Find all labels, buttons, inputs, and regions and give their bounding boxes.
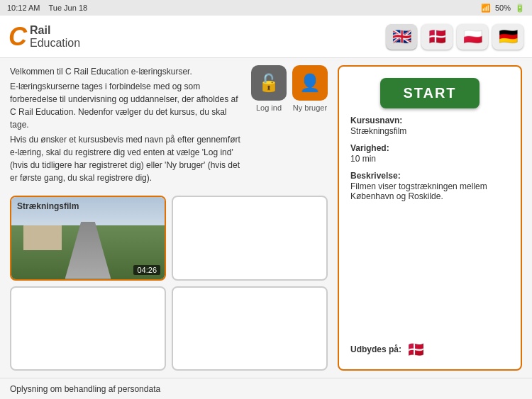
course-name-label: Kursusnavn: <box>350 116 509 125</box>
logo-text: Rail Education <box>30 24 80 49</box>
left-column: Velkommen til C Rail Education e-lærings… <box>10 65 328 371</box>
battery-display: 50% <box>495 4 511 12</box>
register-label: Ny bruger <box>293 103 327 112</box>
description-value: Filmen viser togstrækningen mellem Køben… <box>350 181 509 201</box>
logo-rail: Rail <box>30 24 80 37</box>
course-detail-panel: START Kursusnavn: Strækningsfilm Varighe… <box>338 65 522 371</box>
duration-section: Varighed: 10 min <box>350 143 509 164</box>
intro-line2: E-læringskurserne tages i forbindelse me… <box>10 80 243 131</box>
logo: C Rail Education <box>9 24 80 50</box>
duration-label: Varighed: <box>350 143 509 153</box>
start-button[interactable]: START <box>380 78 480 108</box>
duration-value: 10 min <box>350 154 509 164</box>
offered-section: Udbydes på: 🇩🇰 <box>350 341 509 358</box>
language-selector: 🇬🇧 🇩🇰 🇵🇱 🇩🇪 <box>386 24 523 50</box>
offered-label: Udbydes på: <box>350 344 401 354</box>
lang-de-button[interactable]: 🇩🇪 <box>492 24 523 50</box>
logo-education: Education <box>30 37 80 50</box>
dk-flag-icon: 🇩🇰 <box>407 341 425 358</box>
course-tile-2[interactable] <box>172 196 328 281</box>
privacy-link[interactable]: Oplysning om behandling af persondata <box>10 384 160 394</box>
intro-text: Velkommen til C Rail Education e-lærings… <box>10 65 243 184</box>
course-tile-1[interactable]: Strækningsfilm 04:26 <box>10 196 166 281</box>
bottom-bar: Oplysning om behandling af persondata <box>0 378 532 399</box>
login-button[interactable]: 🔓 Log ind <box>251 65 287 112</box>
header: C Rail Education 🇬🇧 🇩🇰 🇵🇱 🇩🇪 <box>0 16 532 58</box>
description-section: Beskrivelse: Filmen viser togstrækningen… <box>350 171 509 201</box>
battery-icon: 🔋 <box>515 4 525 13</box>
intro-line3: Hvis du ønsker et kursusbevis med navn p… <box>10 133 243 184</box>
date-display: Tue Jun 18 <box>49 4 88 12</box>
course-tile-1-duration: 04:26 <box>133 265 160 275</box>
time-display: 10:12 AM <box>7 4 40 12</box>
person-add-icon: 👤 <box>292 65 328 101</box>
intro-auth-row: Velkommen til C Rail Education e-lærings… <box>10 65 328 189</box>
auth-buttons: 🔓 Log ind 👤 Ny bruger <box>251 65 328 112</box>
description-label: Beskrivelse: <box>350 171 509 181</box>
login-label: Log ind <box>256 103 282 112</box>
register-button[interactable]: 👤 Ny bruger <box>292 65 328 112</box>
intro-line1: Velkommen til C Rail Education e-lærings… <box>10 65 243 78</box>
course-tile-3[interactable] <box>10 286 166 371</box>
course-name-value: Strækningsfilm <box>350 126 509 136</box>
main-content: Velkommen til C Rail Education e-lærings… <box>0 58 532 378</box>
course-grid: Strækningsfilm 04:26 <box>10 196 328 371</box>
lang-dk-button[interactable]: 🇩🇰 <box>421 24 453 50</box>
logo-c-letter: C <box>9 24 27 50</box>
status-right: 📶 50% 🔋 <box>481 4 525 13</box>
building <box>23 225 62 250</box>
course-tile-1-label: Strækningsfilm <box>17 201 79 211</box>
status-bar: 10:12 AM Tue Jun 18 📶 50% 🔋 <box>0 0 532 16</box>
wifi-icon: 📶 <box>481 4 491 13</box>
lang-pl-button[interactable]: 🇵🇱 <box>457 24 488 50</box>
course-name-section: Kursusnavn: Strækningsfilm <box>350 116 509 136</box>
lang-en-button[interactable]: 🇬🇧 <box>386 24 417 50</box>
lock-icon: 🔓 <box>251 65 287 101</box>
course-tile-4[interactable] <box>172 286 328 371</box>
status-time: 10:12 AM Tue Jun 18 <box>7 4 87 12</box>
